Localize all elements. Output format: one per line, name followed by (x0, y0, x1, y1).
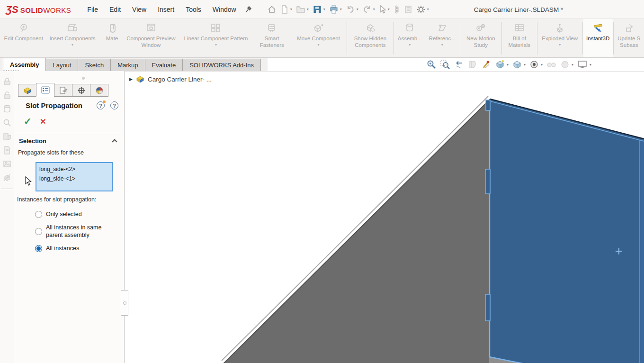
new-document-button[interactable]: ▾ (279, 3, 294, 16)
tab-feature-manager[interactable] (18, 84, 36, 97)
image-icon[interactable] (2, 159, 12, 169)
selection-list-item[interactable]: long_side-<2> (39, 164, 109, 174)
menu-window[interactable]: Window (207, 4, 242, 15)
edit-appearance-button[interactable] (480, 59, 492, 70)
more-view-tools-caret-icon[interactable]: ▾ (572, 63, 573, 67)
menu-view[interactable]: View (126, 4, 152, 15)
show-hidden-components-button[interactable]: Show Hidden Components (348, 19, 393, 57)
cancel-button[interactable]: × (40, 116, 46, 127)
insert-components-button[interactable]: Insert Components ▾ (44, 19, 100, 57)
open-document-button[interactable]: ▾ (295, 3, 310, 16)
display-style-button[interactable]: ▾ (528, 59, 544, 70)
view-orientation-caret-icon[interactable]: ▾ (524, 63, 526, 67)
options-gear-button[interactable]: ▾ (415, 3, 430, 16)
section-view-button[interactable] (466, 59, 479, 70)
reference-geometry-caret-icon[interactable]: ▾ (441, 43, 443, 47)
view-settings-button[interactable]: ▾ (576, 59, 592, 70)
unlock-icon[interactable] (2, 91, 12, 100)
previous-view-button[interactable] (453, 59, 465, 70)
hide-show-items-button[interactable] (545, 59, 557, 70)
tab-property-manager[interactable] (36, 83, 54, 97)
graphics-viewport[interactable]: ▶ Cargo Carrier Liner- ... (124, 71, 644, 363)
select-tool-button[interactable]: ▾ (377, 3, 391, 16)
mate-button[interactable]: Mate (101, 19, 124, 57)
display-style-caret-icon[interactable]: ▾ (541, 63, 543, 67)
menu-edit[interactable]: Edit (104, 4, 126, 15)
exploded-view-button[interactable]: Exploded View ▾ (538, 19, 582, 57)
rebuild-button[interactable] (392, 3, 402, 16)
exploded-view-caret-icon[interactable]: ▾ (559, 43, 561, 47)
menu-insert[interactable]: Insert (152, 4, 180, 15)
tab-evaluate[interactable]: Evaluate (145, 59, 183, 71)
save-button[interactable]: ▾ (311, 3, 327, 16)
measure-icon[interactable] (2, 132, 12, 141)
print-caret-icon[interactable]: ▾ (340, 7, 342, 11)
home-button[interactable] (266, 3, 278, 16)
tab-configuration-manager[interactable] (54, 84, 72, 97)
linear-component-pattern-caret-icon[interactable]: ▾ (215, 43, 217, 47)
whats-new-help-icon[interactable]: ? (97, 101, 105, 109)
menu-tools[interactable]: Tools (180, 4, 207, 15)
undo-caret-icon[interactable]: ▾ (357, 7, 358, 11)
new-document-caret-icon[interactable]: ▾ (290, 7, 292, 11)
save-caret-icon[interactable]: ▾ (323, 7, 325, 11)
zoom-to-fit-button[interactable] (425, 59, 438, 70)
radio-all-instances[interactable]: All instances (35, 245, 79, 252)
move-component-caret-icon[interactable]: ▾ (318, 43, 320, 47)
assembly-features-caret-icon[interactable]: ▾ (409, 43, 411, 47)
selection-list-box[interactable]: long_side-<2> long_side-<1> (36, 162, 113, 191)
select-tool-caret-icon[interactable]: ▾ (388, 7, 390, 11)
database-icon[interactable] (2, 104, 12, 114)
tab-layout[interactable]: Layout (45, 59, 78, 71)
apply-scene-button[interactable]: ▾ (494, 59, 510, 70)
blue-panel-face-selected[interactable] (489, 99, 644, 363)
tab-sketch[interactable]: Sketch (78, 59, 111, 71)
bill-of-materials-button[interactable]: Bill of Materials (502, 19, 537, 57)
move-component-button[interactable]: Move Component ▾ (291, 19, 346, 57)
flyout-expand-arrow-icon[interactable]: ▶ (129, 77, 133, 82)
view-settings-caret-icon[interactable]: ▾ (590, 63, 591, 67)
update-subassemblies-button[interactable]: Update S Subass (614, 19, 644, 57)
smart-fasteners-button[interactable]: Smart Fasteners (253, 19, 290, 57)
more-view-tools-button[interactable]: ▾ (559, 59, 574, 70)
search-icon[interactable] (2, 118, 12, 127)
tab-assembly[interactable]: Assembly (3, 58, 46, 71)
panel-splitter-handle[interactable] (121, 290, 128, 316)
edit-component-button[interactable]: Edit Component (3, 19, 44, 57)
assembly-features-button[interactable]: Assemb... ▾ (394, 19, 426, 57)
tab-display-manager[interactable] (90, 84, 108, 97)
undo-button[interactable]: ▾ (344, 3, 360, 16)
radio-circle-selected-icon[interactable] (35, 245, 42, 252)
linear-component-pattern-button[interactable]: Linear Component Pattern ▾ (179, 19, 253, 57)
reference-geometry-button[interactable]: Referenc... ▾ (425, 19, 459, 57)
apply-scene-caret-icon[interactable]: ▾ (507, 63, 509, 67)
tab-markup[interactable]: Markup (110, 59, 145, 71)
collapse-chevron-icon[interactable] (112, 139, 117, 144)
open-document-caret-icon[interactable]: ▾ (307, 7, 309, 11)
selection-group-header[interactable]: Selection (19, 137, 120, 145)
model-canvas[interactable] (125, 72, 644, 363)
document-icon[interactable] (2, 145, 12, 155)
menu-file[interactable]: File (81, 4, 104, 15)
pin-menu-icon[interactable] (245, 6, 252, 13)
instant3d-button[interactable]: Instant3D (583, 19, 613, 57)
ok-button[interactable]: ✓ (24, 116, 32, 127)
new-motion-study-button[interactable]: New Motion Study (461, 19, 501, 57)
print-button[interactable]: ▾ (328, 3, 343, 16)
panel-drag-dot[interactable] (82, 77, 85, 80)
options-caret-icon[interactable]: ▾ (427, 7, 429, 11)
no-preview-icon[interactable] (2, 173, 12, 182)
blue-panel-right-sliver[interactable] (640, 140, 644, 363)
insert-components-caret-icon[interactable]: ▾ (72, 43, 73, 47)
component-preview-window-button[interactable]: Component Preview Window (123, 19, 179, 57)
radio-circle-icon[interactable] (35, 211, 42, 218)
radio-circle-icon[interactable] (35, 228, 42, 235)
zoom-to-area-button[interactable] (439, 59, 451, 70)
feature-tree-flyout[interactable]: ▶ Cargo Carrier Liner- ... (129, 75, 212, 83)
selection-list-item[interactable]: long_side-<1> (39, 174, 109, 183)
radio-only-selected[interactable]: Only selected (35, 210, 82, 218)
view-orientation-button[interactable]: ▾ (511, 59, 527, 70)
tab-solidworks-add-ins[interactable]: SOLIDWORKS Add-Ins (182, 59, 261, 71)
redo-caret-icon[interactable]: ▾ (373, 7, 375, 11)
help-icon[interactable]: ? (110, 101, 118, 109)
